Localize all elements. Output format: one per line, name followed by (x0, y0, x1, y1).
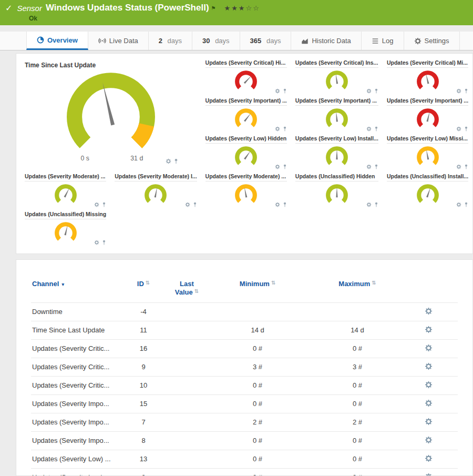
gauge-pin-icon[interactable] (374, 126, 378, 131)
tab-settings[interactable]: Settings (404, 32, 460, 50)
gauge-tile-icons (275, 88, 287, 94)
channel-actions-cell (408, 394, 458, 413)
priority-stars[interactable]: ★★★☆☆ (224, 4, 260, 12)
tab-365-days[interactable]: 365 days (240, 32, 292, 50)
gauge-settings-icon[interactable] (366, 164, 372, 169)
channel-minimum: 3 # (209, 358, 307, 376)
gauge-pin-icon[interactable] (174, 158, 178, 164)
gauge-settings-icon[interactable] (366, 202, 372, 207)
channel-settings-icon[interactable] (425, 473, 433, 476)
gauge-settings-icon[interactable] (94, 240, 99, 245)
tab-30-days[interactable]: 30 days (192, 32, 240, 50)
gauge-label: Updates (Unclassified) Hidden (295, 173, 378, 181)
gauge-settings-icon[interactable] (275, 88, 280, 94)
gauge-label: Updates (Severity Critical) Hi... (205, 59, 287, 68)
channel-settings-icon[interactable] (425, 307, 433, 315)
sensor-header: ✓ Sensor Windows Updates Status (PowerSh… (0, 0, 473, 25)
gauge-pin-icon[interactable] (283, 164, 287, 169)
tab-label: 30 (202, 37, 210, 45)
gauge-settings-icon[interactable] (366, 88, 372, 94)
gauge-settings-icon[interactable] (275, 202, 280, 207)
col-header-maximum[interactable]: Maximum⇅ (307, 278, 408, 302)
col-header-channel[interactable]: Channel▾ (31, 278, 122, 302)
col-header-minimum[interactable]: Minimum⇅ (209, 278, 307, 302)
channel-last-value (165, 413, 208, 431)
gauge-tile-icons (456, 126, 468, 131)
channel-last-value (165, 302, 208, 321)
gauge-tile-icons (456, 164, 468, 169)
gauge-pin-icon[interactable] (464, 126, 468, 131)
gauge-label: Updates (Severity Important) ... (295, 97, 378, 106)
gauge-pin-icon[interactable] (283, 202, 287, 207)
channel-settings-icon[interactable] (425, 418, 433, 426)
channel-actions-cell (408, 302, 458, 321)
channel-settings-icon[interactable] (425, 344, 433, 352)
gauge-settings-icon[interactable] (94, 202, 99, 207)
gauge-settings-icon[interactable] (275, 164, 280, 169)
channel-actions-cell (408, 321, 458, 339)
gauge-settings-icon[interactable] (456, 164, 461, 169)
gauge-pin-icon[interactable] (464, 88, 468, 94)
gauge-settings-icon[interactable] (456, 88, 461, 94)
col-header-id[interactable]: ID⇅ (122, 278, 165, 302)
channel-settings-icon[interactable] (425, 436, 433, 444)
gauge-settings-icon[interactable] (185, 202, 190, 207)
gauge-pin-icon[interactable] (102, 202, 106, 207)
gauge-settings-icon[interactable] (366, 126, 372, 131)
gauge-settings-icon[interactable] (275, 126, 280, 131)
priority-flag-icon[interactable]: ⚑ (211, 5, 216, 11)
channel-name: Updates (Severity Low) ... (31, 450, 122, 468)
channel-actions-cell (408, 358, 458, 376)
tab-historic-data[interactable]: Historic Data (291, 32, 361, 50)
tab-live-data[interactable]: Live Data (88, 32, 149, 50)
channel-id: 10 (122, 376, 165, 394)
gauge-pin-icon[interactable] (283, 88, 287, 94)
channel-name: Downtime (31, 302, 122, 321)
channel-settings-icon[interactable] (425, 381, 433, 389)
channel-row: Updates (Severity Impo... 7 2 # 2 # (31, 413, 458, 431)
large-gauge: 0 s 31 d (25, 71, 197, 165)
tab-log[interactable]: Log (362, 32, 404, 50)
time-since-last-update-dial: 0 s 31 d (52, 71, 170, 165)
channel-name: Updates (Severity Impo... (31, 431, 122, 450)
gauge-settings-icon[interactable] (456, 126, 461, 131)
tab-unit-label: days (213, 37, 230, 45)
gauge-pin-icon[interactable] (374, 164, 378, 169)
channel-actions-cell (408, 376, 458, 394)
tab-2-days[interactable]: 2 days (149, 32, 192, 50)
tab-label: 2 (159, 37, 162, 45)
sensor-type-label: Sensor (17, 4, 42, 13)
gauge-pin-icon[interactable] (193, 202, 197, 207)
channel-settings-icon[interactable] (425, 362, 433, 370)
gauge-pin-icon[interactable] (102, 240, 106, 245)
channel-settings-icon[interactable] (425, 399, 433, 407)
channel-maximum: 0 # (307, 450, 408, 468)
channel-minimum: 0 # (209, 394, 307, 413)
gauge-pin-icon[interactable] (464, 202, 468, 207)
page-title: Windows Updates Status (PowerShell) (46, 3, 209, 13)
channel-minimum: 0 # (209, 468, 307, 476)
gauge-pin-icon[interactable] (464, 164, 468, 169)
channel-minimum (209, 302, 307, 321)
channel-settings-icon[interactable] (425, 454, 433, 462)
sort-icon: ⇅ (194, 288, 199, 294)
gauge-pin-icon[interactable] (374, 202, 378, 207)
channel-last-value (165, 321, 208, 339)
gauge-settings-icon[interactable] (166, 158, 171, 164)
channel-minimum: 14 d (209, 321, 307, 339)
channel-minimum: 2 # (209, 413, 307, 431)
col-header-last-value[interactable]: Last Value⇅ (165, 278, 208, 302)
channel-minimum: 0 # (209, 339, 307, 358)
channel-row: Time Since Last Update 11 14 d 14 d (31, 321, 458, 339)
gauge-label: Updates (Severity Critical) Ins... (295, 59, 378, 68)
channel-settings-icon[interactable] (425, 326, 433, 333)
gauge-pin-icon[interactable] (374, 88, 378, 94)
gauge-pin-icon[interactable] (283, 126, 287, 131)
tab-overview[interactable]: Overview (26, 32, 88, 50)
gauge-tile-icons (94, 202, 106, 207)
gauge-tile-icons (366, 88, 378, 94)
caret-down-icon: ▾ (61, 281, 64, 287)
channel-maximum: 0 # (307, 376, 408, 394)
tab-unit-label: days (264, 37, 281, 45)
gauge-settings-icon[interactable] (456, 202, 461, 207)
